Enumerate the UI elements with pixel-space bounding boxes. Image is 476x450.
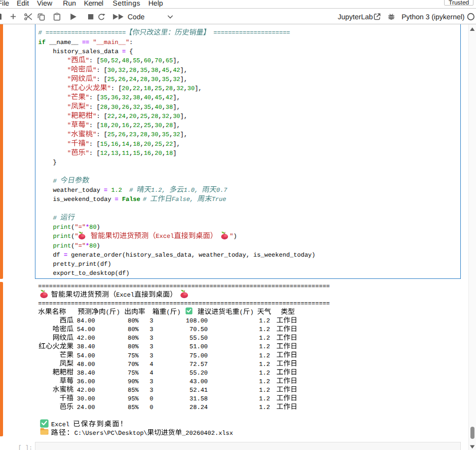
svg-text:,: , — [151, 85, 154, 92]
svg-text:,: , — [118, 57, 122, 64]
svg-text:,: , — [137, 131, 140, 138]
svg-text:],: ], — [180, 76, 187, 83]
svg-text:Kernel: Kernel — [84, 0, 103, 7]
svg-text:24: 24 — [118, 113, 126, 120]
svg-text:==: == — [82, 39, 89, 46]
svg-text:,: , — [129, 57, 133, 64]
svg-text:3: 3 — [149, 326, 153, 333]
svg-text:25: 25 — [144, 122, 151, 129]
svg-text:,: , — [114, 113, 118, 120]
svg-text:45: 45 — [155, 94, 162, 101]
svg-text:,: , — [173, 85, 176, 92]
svg-text:): ) — [116, 309, 120, 316]
svg-text:True: True — [212, 196, 226, 203]
svg-text:16: 16 — [122, 122, 129, 129]
svg-text:32: 32 — [118, 67, 126, 74]
svg-text:84.00: 84.00 — [77, 317, 95, 324]
svg-text:": " — [86, 122, 89, 129]
svg-text:: [: : [ — [89, 122, 100, 129]
svg-text:3: 3 — [149, 317, 153, 324]
svg-text:,: , — [151, 141, 154, 148]
svg-text:": " — [93, 67, 96, 74]
svg-text:,: , — [162, 122, 166, 129]
svg-text:20: 20 — [129, 113, 136, 120]
svg-text:26: 26 — [122, 104, 129, 111]
svg-text:Code: Code — [128, 13, 145, 21]
svg-text:28: 28 — [166, 85, 173, 92]
svg-text:,: , — [107, 104, 111, 111]
svg-text:1.2: 1.2 — [259, 378, 270, 385]
svg-text:": " — [93, 76, 96, 83]
svg-text:,: , — [129, 122, 133, 129]
svg-text:,: , — [126, 131, 129, 138]
svg-text:,: , — [158, 113, 162, 120]
svg-text:38.40: 38.40 — [77, 343, 95, 350]
svg-text:df: df — [53, 252, 60, 259]
svg-text:22: 22 — [166, 141, 173, 148]
svg-text:13: 13 — [111, 150, 118, 157]
svg-text:55.20: 55.20 — [189, 370, 208, 377]
svg-text:85%: 85% — [128, 404, 139, 411]
svg-text:70%: 70% — [128, 361, 139, 368]
svg-text:],: ], — [173, 57, 180, 64]
svg-text:30: 30 — [107, 67, 114, 74]
svg-text:30: 30 — [151, 131, 158, 138]
svg-text:,: , — [158, 67, 162, 74]
svg-text:False,: False, — [172, 196, 193, 203]
svg-text:18: 18 — [144, 85, 151, 92]
svg-text:,: , — [129, 85, 133, 92]
svg-text:16: 16 — [111, 141, 118, 148]
svg-text:": " — [67, 57, 71, 64]
svg-text:28: 28 — [129, 67, 136, 74]
svg-text:pretty_print(df): pretty_print(df) — [53, 261, 111, 268]
svg-text:55.50: 55.50 — [189, 335, 208, 342]
svg-text:3: 3 — [149, 387, 153, 394]
svg-text:],: ], — [173, 94, 180, 101]
svg-text:42: 42 — [166, 94, 173, 101]
svg-text:45: 45 — [162, 67, 169, 74]
svg-text:],: ], — [173, 104, 180, 111]
svg-text:,: , — [169, 67, 173, 74]
svg-text:35: 35 — [162, 76, 169, 83]
svg-text:,: , — [140, 85, 144, 92]
svg-text:(: ( — [71, 224, 74, 231]
svg-text:0.7: 0.7 — [216, 187, 227, 194]
svg-text:Excel: Excel — [51, 421, 69, 428]
svg-text:File: File — [0, 0, 9, 7]
svg-text:1.2: 1.2 — [259, 370, 270, 377]
svg-text:": " — [67, 85, 71, 92]
svg-text:28: 28 — [140, 76, 147, 83]
svg-text:1.2: 1.2 — [259, 404, 270, 411]
svg-text:],: ], — [180, 67, 187, 74]
svg-text:,: , — [126, 76, 129, 83]
svg-text:35: 35 — [100, 94, 107, 101]
svg-text:48.00: 48.00 — [77, 361, 95, 368]
svg-text:1.2: 1.2 — [259, 361, 270, 368]
svg-text:30: 30 — [151, 76, 158, 83]
svg-text:80: 80 — [89, 242, 96, 250]
svg-text:18: 18 — [133, 141, 140, 148]
svg-text:#: # — [53, 215, 57, 222]
svg-text:": " — [67, 104, 71, 111]
svg-text:11: 11 — [122, 150, 129, 157]
svg-text:55: 55 — [133, 57, 140, 64]
svg-text:48: 48 — [122, 57, 129, 64]
svg-text:#: # — [129, 187, 133, 194]
svg-text:28: 28 — [166, 122, 173, 129]
svg-text:": " — [67, 122, 71, 129]
svg-text:3: 3 — [149, 335, 153, 342]
svg-text::: : — [129, 39, 133, 46]
svg-text:": " — [75, 233, 78, 240]
svg-text:36: 36 — [111, 94, 118, 101]
svg-text:False: False — [122, 196, 140, 203]
svg-text:(: ( — [71, 233, 74, 240]
svg-text:history_sales_data: history_sales_data — [53, 48, 118, 55]
svg-text:,: , — [114, 67, 118, 74]
svg-text:20: 20 — [144, 141, 151, 148]
svg-text:30: 30 — [111, 104, 118, 111]
svg-text:25: 25 — [107, 131, 114, 138]
svg-text:,: , — [129, 141, 133, 148]
svg-text:": " — [86, 150, 89, 157]
svg-text:35: 35 — [144, 104, 151, 111]
svg-text:*: * — [86, 242, 89, 250]
